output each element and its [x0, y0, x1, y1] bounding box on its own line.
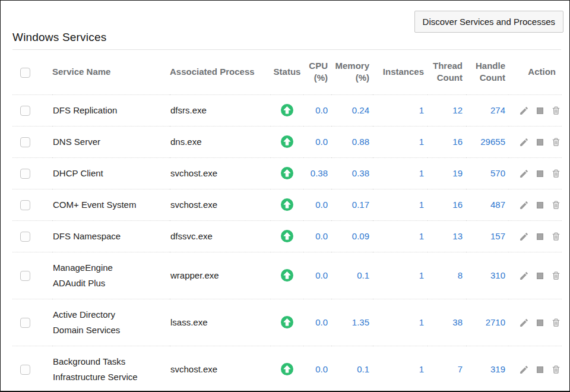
stop-square-icon[interactable]	[537, 273, 543, 279]
service-name-cell: DFS Namespace	[52, 220, 170, 252]
instances-value[interactable]: 1	[373, 189, 428, 220]
thread-count-value[interactable]: 12	[428, 94, 466, 126]
handle-count-value[interactable]: 570	[466, 157, 509, 189]
col-header-handle-count[interactable]: Handle Count	[466, 50, 509, 94]
handle-count-value[interactable]: 29655	[466, 126, 509, 157]
cpu-value[interactable]: 0.0	[303, 126, 331, 157]
status-running-icon	[281, 316, 293, 328]
delete-trash-icon[interactable]	[551, 200, 561, 210]
memory-value[interactable]: 0.88	[331, 126, 373, 157]
edit-pencil-icon[interactable]	[519, 365, 529, 375]
instances-value[interactable]: 1	[373, 157, 428, 189]
thread-count-value[interactable]: 7	[428, 346, 466, 392]
instances-value[interactable]: 1	[373, 126, 428, 157]
status-running-icon	[281, 104, 293, 116]
thread-count-value[interactable]: 8	[428, 252, 466, 299]
stop-square-icon[interactable]	[537, 202, 543, 208]
instances-value[interactable]: 1	[373, 94, 428, 126]
handle-count-value[interactable]: 2710	[466, 299, 509, 346]
handle-count-value[interactable]: 319	[466, 346, 509, 392]
stop-square-icon[interactable]	[537, 170, 543, 177]
handle-count-value[interactable]: 157	[466, 220, 509, 252]
col-header-memory[interactable]: Memory (%)	[331, 50, 373, 94]
stop-square-icon[interactable]	[537, 366, 543, 373]
cpu-value[interactable]: 0.0	[303, 220, 331, 252]
instances-value[interactable]: 1	[373, 346, 428, 392]
delete-trash-icon[interactable]	[551, 317, 561, 328]
cpu-value[interactable]: 0.0	[303, 299, 331, 346]
windows-services-panel: Discover Services and Processes Windows …	[0, 0, 570, 392]
edit-pencil-icon[interactable]	[519, 232, 529, 242]
page-title: Windows Services	[12, 31, 569, 44]
row-select-checkbox[interactable]	[20, 169, 30, 179]
table-row: Active Directory Domain Services lsass.e…	[12, 299, 562, 346]
handle-count-value[interactable]: 310	[466, 252, 509, 299]
edit-pencil-icon[interactable]	[519, 271, 529, 281]
thread-count-value[interactable]: 16	[428, 126, 466, 157]
stop-square-icon[interactable]	[537, 108, 543, 114]
memory-value[interactable]: 1.35	[331, 299, 373, 346]
col-header-service-name[interactable]: Service Name	[52, 50, 170, 94]
row-select-checkbox[interactable]	[20, 318, 30, 328]
memory-value[interactable]: 0.17	[331, 189, 373, 220]
stop-square-icon[interactable]	[537, 139, 543, 146]
cpu-value[interactable]: 0.0	[303, 94, 331, 126]
status-running-icon	[281, 167, 293, 179]
delete-trash-icon[interactable]	[551, 168, 561, 179]
row-select-checkbox[interactable]	[20, 106, 30, 116]
col-header-cpu[interactable]: CPU (%)	[303, 50, 331, 94]
row-select-checkbox[interactable]	[20, 365, 30, 375]
delete-trash-icon[interactable]	[551, 105, 561, 116]
row-select-checkbox[interactable]	[20, 232, 30, 242]
col-header-associated-process[interactable]: Associated Process	[170, 50, 271, 94]
row-select-checkbox[interactable]	[20, 200, 30, 210]
thread-count-value[interactable]: 38	[428, 299, 466, 346]
row-select-checkbox[interactable]	[20, 271, 30, 281]
memory-value[interactable]: 0.1	[331, 252, 373, 299]
memory-value[interactable]: 0.09	[331, 220, 373, 252]
col-header-thread-count[interactable]: Thread Count	[428, 50, 466, 94]
associated-process-cell: wrapper.exe	[170, 252, 271, 299]
instances-value[interactable]: 1	[373, 220, 428, 252]
service-name-cell: DFS Replication	[52, 94, 170, 126]
discover-services-button[interactable]: Discover Services and Processes	[414, 11, 563, 33]
delete-trash-icon[interactable]	[551, 270, 561, 281]
cpu-value[interactable]: 0.0	[303, 189, 331, 220]
cpu-value[interactable]: 0.38	[303, 157, 331, 189]
memory-value[interactable]: 0.1	[331, 346, 373, 392]
col-header-instances[interactable]: Instances	[373, 50, 428, 94]
memory-value[interactable]: 0.24	[331, 94, 373, 126]
delete-trash-icon[interactable]	[551, 231, 561, 242]
thread-count-value[interactable]: 13	[428, 220, 466, 252]
col-header-status[interactable]: Status	[271, 50, 303, 94]
instances-value[interactable]: 1	[373, 252, 428, 299]
status-running-icon	[281, 269, 293, 282]
instances-value[interactable]: 1	[373, 299, 428, 346]
handle-count-value[interactable]: 274	[466, 94, 509, 126]
stop-square-icon[interactable]	[537, 233, 543, 240]
edit-pencil-icon[interactable]	[519, 137, 529, 147]
row-select-checkbox[interactable]	[20, 137, 30, 147]
table-row: DHCP Client svchost.exe 0.38 0.38 1 19 5…	[12, 157, 562, 189]
stop-square-icon[interactable]	[537, 320, 543, 326]
associated-process-cell: dns.exe	[170, 126, 271, 157]
status-running-icon	[281, 230, 293, 242]
edit-pencil-icon[interactable]	[519, 106, 529, 116]
memory-value[interactable]: 0.38	[331, 157, 373, 189]
thread-count-value[interactable]: 16	[428, 189, 466, 220]
edit-pencil-icon[interactable]	[519, 169, 529, 179]
cpu-value[interactable]: 0.0	[303, 346, 331, 392]
service-name-cell: DNS Server	[52, 126, 170, 157]
table-row: DNS Server dns.exe 0.0 0.88 1 16 29655	[12, 126, 562, 157]
select-all-checkbox[interactable]	[20, 68, 30, 78]
delete-trash-icon[interactable]	[551, 364, 561, 375]
edit-pencil-icon[interactable]	[519, 318, 529, 328]
service-name-cell: Active Directory Domain Services	[52, 299, 170, 346]
table-header-row: Service Name Associated Process Status C…	[12, 50, 562, 94]
handle-count-value[interactable]: 487	[466, 189, 509, 220]
cpu-value[interactable]: 0.0	[303, 252, 331, 299]
service-name-cell: Background Tasks Infrastructure Service	[52, 346, 170, 392]
delete-trash-icon[interactable]	[551, 137, 561, 147]
thread-count-value[interactable]: 19	[428, 157, 466, 189]
edit-pencil-icon[interactable]	[519, 200, 529, 210]
